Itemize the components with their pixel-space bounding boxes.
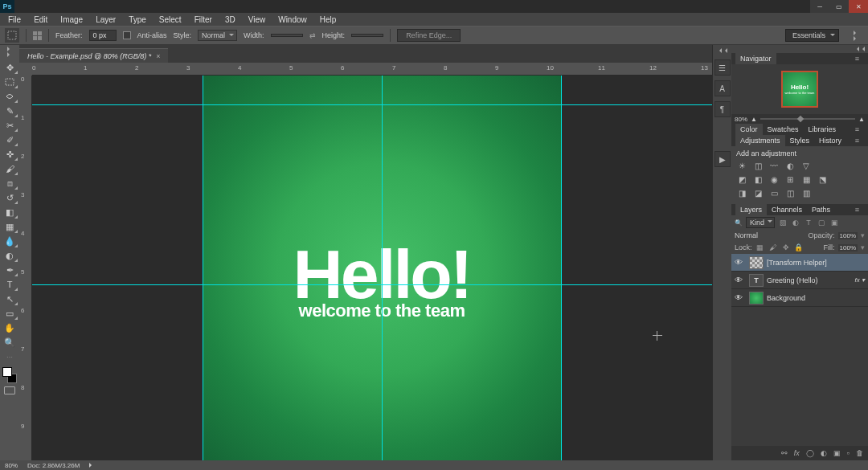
color-swatches[interactable] [1, 367, 18, 383]
visibility-icon[interactable]: 👁 [731, 276, 746, 284]
navigator-tab[interactable]: Navigator [735, 53, 776, 64]
layer-name[interactable]: Greeting (Hello) [767, 276, 855, 284]
menu-image[interactable]: Image [54, 15, 89, 24]
canvas-area[interactable]: 012345678910111213 012345678910 Hello! w… [19, 63, 712, 460]
menu-select[interactable]: Select [153, 15, 188, 24]
guide-horizontal[interactable] [32, 284, 712, 285]
vibrance-icon[interactable]: ▽ [800, 160, 812, 171]
hue-icon[interactable]: ◩ [736, 174, 747, 185]
dodge-tool[interactable]: ◐ [1, 248, 18, 263]
layer-thumbnail[interactable] [749, 256, 764, 269]
lock-transparent-icon[interactable]: ▦ [755, 243, 765, 252]
guide-vertical[interactable] [561, 76, 562, 460]
styles-tab[interactable]: Styles [785, 135, 815, 146]
navigator-thumbnail[interactable]: Hello!welcome to the team [781, 71, 818, 108]
eyedropper-tool[interactable]: ✐ [1, 133, 18, 147]
layer-row[interactable]: 👁[Transform Helper] [731, 254, 868, 272]
zoom-tool[interactable]: 🔍 [1, 335, 18, 349]
zoom-value[interactable]: 80% [735, 116, 747, 123]
marquee-tool[interactable] [1, 75, 18, 89]
layer-row[interactable]: 👁Background [731, 289, 868, 307]
status-doc-size[interactable]: Doc: 2.86M/3.26M [27, 462, 80, 469]
path-tool[interactable]: ↖ [1, 292, 18, 306]
antialias-checkbox[interactable] [123, 31, 131, 39]
more-icon[interactable]: ▥ [800, 187, 812, 198]
blur-tool[interactable]: 💧 [1, 234, 18, 248]
menu-layer[interactable]: Layer [89, 15, 122, 24]
guide-horizontal[interactable] [32, 104, 712, 105]
layer-fx-badge[interactable]: fx ▾ [855, 276, 868, 284]
menu-window[interactable]: Window [272, 15, 313, 24]
lock-position-icon[interactable]: ✥ [781, 243, 791, 252]
feather-input[interactable]: 0 px [89, 30, 117, 41]
quick-mask-button[interactable] [1, 383, 18, 398]
gradient-tool[interactable]: ▦ [1, 219, 18, 234]
tool-preset-icon[interactable] [5, 28, 19, 43]
close-tab-icon[interactable]: × [156, 52, 160, 60]
ruler-horizontal[interactable]: 012345678910111213 [32, 63, 712, 76]
channel-mixer-icon[interactable]: ⊞ [784, 174, 796, 185]
posterize-icon[interactable]: ◨ [736, 187, 747, 198]
collapse-panels-icon[interactable] [849, 31, 863, 41]
visibility-icon[interactable]: 👁 [731, 258, 746, 267]
filter-type-icon[interactable]: T [804, 218, 813, 227]
menu-3d[interactable]: 3D [219, 15, 242, 24]
character-panel-icon[interactable]: A [714, 80, 731, 96]
layer-mask-icon[interactable]: ◯ [806, 449, 814, 457]
filter-smart-icon[interactable]: ▣ [829, 218, 839, 227]
stamp-tool[interactable]: ⧈ [1, 176, 18, 190]
gradient-map-icon[interactable]: ▭ [768, 187, 780, 198]
brightness-icon[interactable]: ☀ [736, 160, 747, 171]
filter-search-icon[interactable]: 🔍 [735, 219, 743, 227]
delete-layer-icon[interactable]: 🗑 [856, 449, 863, 457]
link-layers-icon[interactable]: ⚯ [781, 449, 788, 457]
shape-tool[interactable]: ▭ [1, 306, 18, 321]
filter-adjust-icon[interactable]: ◐ [791, 218, 800, 227]
filter-shape-icon[interactable]: ▢ [817, 218, 826, 227]
refine-edge-button[interactable]: Refine Edge... [397, 29, 461, 42]
visibility-icon[interactable]: 👁 [731, 293, 746, 302]
crop-tool[interactable]: ✂ [1, 118, 18, 133]
color-tab[interactable]: Color [735, 124, 763, 135]
paths-tab[interactable]: Paths [807, 204, 835, 215]
layer-name[interactable]: Background [767, 294, 868, 302]
lock-pixels-icon[interactable]: 🖌 [768, 243, 778, 252]
paragraph-panel-icon[interactable]: ¶ [714, 101, 731, 117]
invert-icon[interactable]: ⬔ [817, 174, 828, 185]
menu-help[interactable]: Help [313, 15, 343, 24]
minimize-button[interactable]: ─ [810, 0, 829, 13]
navigator-body[interactable]: Hello!welcome to the team [731, 64, 868, 114]
status-menu-icon[interactable] [89, 463, 94, 468]
brush-tool[interactable]: 🖌 [1, 161, 18, 176]
layer-style-icon[interactable]: fx [794, 449, 800, 457]
ruler-vertical[interactable]: 012345678910 [19, 76, 32, 460]
selective-color-icon[interactable]: ◫ [784, 187, 796, 198]
layer-thumbnail[interactable]: T [749, 274, 764, 287]
eraser-tool[interactable]: ◧ [1, 205, 18, 219]
curves-icon[interactable]: 〰 [768, 160, 780, 171]
menu-file[interactable]: File [2, 15, 27, 24]
panel-menu-icon[interactable]: ≡ [850, 135, 864, 146]
layers-list[interactable]: 👁[Transform Helper]👁TGreeting (Hello)fx … [731, 254, 868, 446]
hand-tool[interactable]: ✋ [1, 321, 18, 335]
new-fill-icon[interactable]: ◐ [821, 449, 827, 457]
layer-thumbnail[interactable] [749, 292, 764, 304]
type-tool[interactable]: T [1, 277, 18, 292]
lock-all-icon[interactable]: 🔒 [794, 243, 804, 252]
panel-menu-icon[interactable]: ≡ [850, 53, 864, 64]
layer-row[interactable]: 👁TGreeting (Hello)fx ▾ [731, 272, 868, 289]
panel-menu-icon[interactable]: ≡ [850, 204, 864, 215]
layers-tab[interactable]: Layers [735, 204, 767, 215]
menu-type[interactable]: Type [122, 15, 153, 24]
pen-tool[interactable]: ✒ [1, 263, 18, 277]
channels-tab[interactable]: Channels [767, 204, 807, 215]
close-button[interactable]: ✕ [849, 0, 868, 13]
panel-menu-icon[interactable]: ≡ [850, 124, 864, 135]
guide-vertical[interactable] [382, 76, 383, 460]
history-tab[interactable]: History [814, 135, 846, 146]
edit-toolbar[interactable]: ⋯ [1, 349, 18, 364]
workspace-dropdown[interactable]: Essentials [785, 29, 839, 42]
libraries-tab[interactable]: Libraries [804, 124, 841, 135]
threshold-icon[interactable]: ◪ [752, 187, 764, 198]
new-group-icon[interactable]: ▣ [833, 449, 841, 457]
